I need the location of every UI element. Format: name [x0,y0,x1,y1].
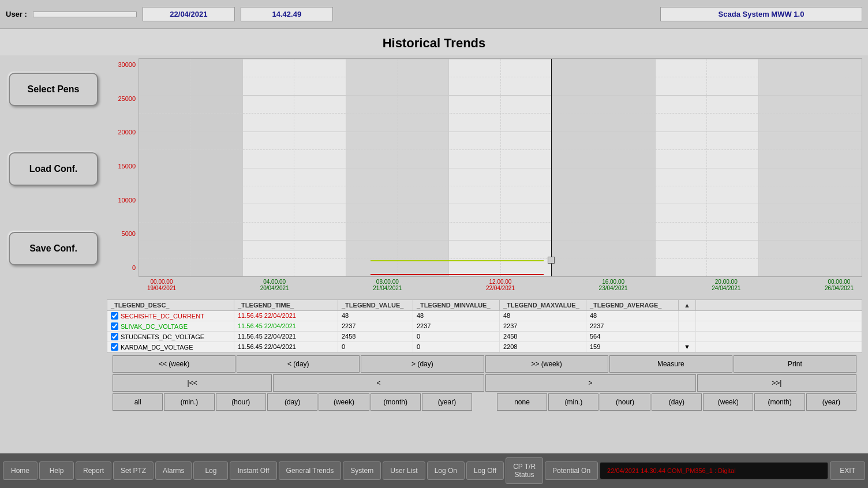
y-label-30000: 30000 [118,61,136,68]
legend-kardam-scroll: ▼ [679,342,696,352]
zoom-row: all (min.) (hour) (day) (week) (month) (… [113,393,856,411]
legend-studenets-min: 0 [413,332,500,341]
log-off-button[interactable]: Log Off [466,461,504,480]
sechishte-line [371,274,544,275]
legend-kardam-desc: KARDAM_DC_VOLTAGE [107,342,234,352]
legend-sechishte-scroll [679,311,696,321]
home-button[interactable]: Home [3,461,38,480]
prev-day-button[interactable]: < (day) [237,355,360,373]
y-label-5000: 5000 [122,230,136,237]
measure-button[interactable]: Measure [609,355,732,373]
legend-sechishte-max: 48 [500,311,586,321]
forward-button[interactable]: > [485,374,696,392]
sechishte-checkbox[interactable] [111,312,118,320]
scroll-day-button[interactable]: (day) [652,393,702,411]
y-label-20000: 20000 [118,129,136,136]
legend-slivak-time: 11.56.45 22/04/2021 [234,321,338,331]
cursor-line [551,59,552,276]
legend-row-kardam: KARDAM_DC_VOLTAGE 11.56.45 22/04/2021 0 … [107,342,862,352]
chart-wrapper: 30000 25000 20000 15000 10000 5000 0 [107,58,862,297]
scroll-week-button[interactable]: (week) [703,393,753,411]
report-button[interactable]: Report [76,461,111,480]
potential-on-button[interactable]: Potential On [545,461,598,480]
main-area: Select Pens Load Conf. Save Conf. 30000 … [0,55,868,413]
legend-header: _TLEGEND_DESC_ _TLEGEND_TIME_ _TLEGEND_V… [107,300,862,311]
zoom-day-button[interactable]: (day) [267,393,317,411]
instant-off-button[interactable]: Instant Off [230,461,276,480]
user-field [33,12,137,17]
scroll-min-button[interactable]: (min.) [548,393,598,411]
legend-row-sechishte: SECHISHTE_DC_CURRENT 11.56.45 22/04/2021… [107,311,862,321]
studenets-checkbox[interactable] [111,333,118,340]
y-label-25000: 25000 [118,95,136,102]
legend-studenets-value: 2458 [338,332,413,341]
x-label-0: 00.00.00 19/04/2021 [139,279,185,297]
chart-plot[interactable] [139,58,862,277]
exit-button[interactable]: EXIT [830,461,865,480]
legend-kardam-avg: 159 [586,342,679,352]
legend-slivak-scroll [679,321,696,331]
time-field: 14.42.49 [241,7,333,21]
system-field: Scada System MWW 1.0 [660,7,862,21]
zoom-month-button[interactable]: (month) [371,393,421,411]
nav-row-2: |<< < > >>| [113,374,856,392]
next-day-button[interactable]: > (day) [361,355,484,373]
alarms-button[interactable]: Alarms [155,461,192,480]
legend-sechishte-desc: SECHISHTE_DC_CURRENT [107,311,234,321]
legend-slivak-desc: SLIVAK_DC_VOLTAGE [107,321,234,331]
back-button[interactable]: < [273,374,484,392]
legend-studenets-time: 11.56.45 22/04/2021 [234,332,338,341]
legend-col-desc: _TLEGEND_DESC_ [107,300,234,310]
cp-tr-status-button[interactable]: CP T/RStatus [506,457,543,484]
legend-row-studenets: STUDENETS_DC_VOLTAGE 11.56.45 22/04/2021… [107,332,862,342]
first-button[interactable]: |<< [113,374,272,392]
system-button[interactable]: System [343,461,381,480]
legend-sechishte-value: 48 [338,311,413,321]
legend-scroll-top[interactable]: ▲ [679,300,696,310]
general-trends-button[interactable]: General Trends [279,461,342,480]
legend-col-time: _TLEGEND_TIME_ [234,300,338,310]
legend-col-min: _TLEGEND_MINVALUE_ [413,300,500,310]
scroll-hour-button[interactable]: (hour) [600,393,650,411]
user-list-button[interactable]: User List [383,461,425,480]
zoom-all-button[interactable]: all [113,393,163,411]
scroll-none-button[interactable]: none [497,393,547,411]
print-button[interactable]: Print [734,355,856,373]
legend-slivak-min: 2237 [413,321,500,331]
legend-studenets-desc: STUDENETS_DC_VOLTAGE [107,332,234,341]
select-pens-button[interactable]: Select Pens [9,73,98,106]
log-button[interactable]: Log [193,461,228,480]
legend-slivak-avg: 2237 [586,321,679,331]
zoom-min-button[interactable]: (min.) [164,393,214,411]
slivak-checkbox[interactable] [111,322,118,330]
last-button[interactable]: >>| [697,374,856,392]
load-conf-button[interactable]: Load Conf. [9,152,98,186]
legend-studenets-scroll [679,332,696,341]
x-label-5: 20.00.00 24/04/2021 [703,279,749,297]
x-label-1: 04.00.00 20/04/2021 [252,279,298,297]
scroll-year-button[interactable]: (year) [806,393,856,411]
header-bar: User : 22/04/2021 14.42.49 Scada System … [0,0,868,29]
nav-section: << (week) < (day) > (day) >> (week) Meas… [107,353,862,413]
save-conf-button[interactable]: Save Conf. [9,232,98,265]
legend-sechishte-min: 48 [413,311,500,321]
legend-row-slivak: SLIVAK_DC_VOLTAGE 11.56.45 22/04/2021 22… [107,321,862,332]
scroll-month-button[interactable]: (month) [754,393,805,411]
zoom-hour-button[interactable]: (hour) [216,393,266,411]
nav-row-1: << (week) < (day) > (day) >> (week) Meas… [113,355,856,373]
kardam-checkbox[interactable] [111,343,118,351]
bottom-toolbar: Home Help Report Set PTZ Alarms Log Inst… [0,453,868,488]
set-ptz-button[interactable]: Set PTZ [113,461,154,480]
x-label-2: 08.00.00 21/04/2021 [364,279,410,297]
legend-studenets-avg: 564 [586,332,679,341]
prev-week-button[interactable]: << (week) [113,355,235,373]
help-button[interactable]: Help [39,461,74,480]
next-week-button[interactable]: >> (week) [485,355,608,373]
legend-studenets-max: 2458 [500,332,586,341]
chart-container: 30000 25000 20000 15000 10000 5000 0 [107,55,868,413]
legend-sechishte-avg: 48 [586,311,679,321]
zoom-year-button[interactable]: (year) [422,393,472,411]
log-on-button[interactable]: Log On [427,461,465,480]
x-label-3: 12.00.00 22/04/2021 [477,279,523,297]
zoom-week-button[interactable]: (week) [319,393,369,411]
